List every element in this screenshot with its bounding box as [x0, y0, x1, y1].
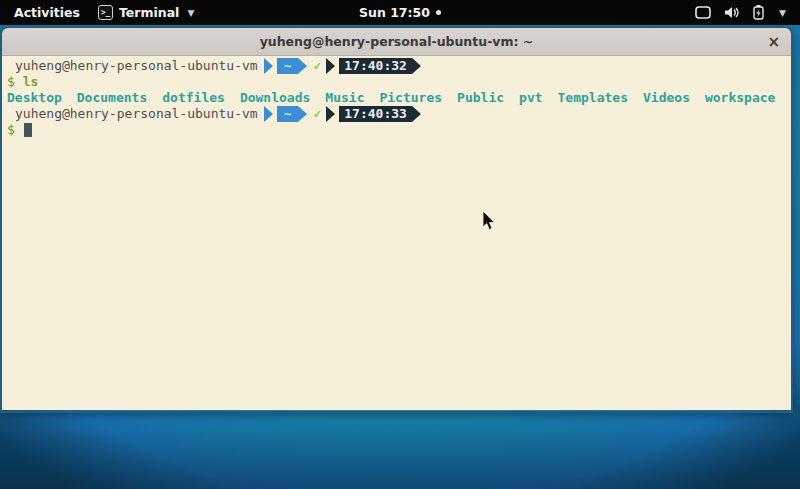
prompt-time-segment: 17:40:33	[339, 106, 412, 122]
input-line[interactable]: $	[7, 122, 791, 138]
powerline-arrow-icon	[412, 106, 421, 122]
powerline-arrow-icon	[264, 58, 273, 74]
prompt-username: yuheng@henry-personal-ubuntu-vm	[7, 58, 258, 74]
prompt-username: yuheng@henry-personal-ubuntu-vm	[7, 106, 258, 122]
directory-name: Documents	[77, 90, 147, 106]
status-check-icon: ✓	[313, 58, 321, 74]
directory-name: pvt	[519, 90, 542, 106]
close-icon[interactable]: ×	[767, 28, 780, 56]
powerline-arrow-icon	[326, 58, 335, 74]
prompt-symbol: $	[7, 74, 15, 90]
directory-name: Templates	[558, 90, 628, 106]
directory-name: Desktop	[7, 90, 62, 106]
terminal-window: yuheng@henry-personal-ubuntu-vm: ~ × yuh…	[0, 26, 793, 413]
prompt-path-segment: ~	[277, 58, 299, 74]
directory-name: Pictures	[379, 90, 442, 106]
powerline-arrow-icon	[298, 58, 307, 74]
window-titlebar[interactable]: yuheng@henry-personal-ubuntu-vm: ~ ×	[2, 28, 791, 56]
prompt-line-1: yuheng@henry-personal-ubuntu-vm ~ ✓ 17:4…	[7, 58, 791, 74]
ls-output-line: Desktop Documents dotfiles Downloads Mus…	[7, 90, 791, 106]
notification-dot-icon	[436, 10, 441, 15]
powerline-arrow-icon	[264, 106, 273, 122]
command-line-ls: $ ls	[7, 74, 791, 90]
directory-name: Music	[325, 90, 364, 106]
window-title: yuheng@henry-personal-ubuntu-vm: ~	[260, 34, 534, 49]
powerline-arrow-icon	[298, 106, 307, 122]
gnome-top-bar: Sun 17:50 Activities >_ Terminal ▼ ▼	[0, 0, 800, 25]
text-cursor-block	[24, 123, 32, 137]
prompt-symbol: $	[7, 122, 15, 138]
prompt-path-segment: ~	[277, 106, 299, 122]
clock-label: Sun 17:50	[359, 5, 430, 20]
prompt-time-segment: 17:40:32	[339, 58, 412, 74]
directory-name: dotfiles	[162, 90, 225, 106]
directory-name: Public	[457, 90, 504, 106]
status-check-icon: ✓	[313, 106, 321, 122]
clock-area[interactable]: Sun 17:50	[0, 0, 800, 25]
prompt-line-2: yuheng@henry-personal-ubuntu-vm ~ ✓ 17:4…	[7, 106, 791, 122]
command-text: ls	[23, 74, 39, 90]
directory-name: Downloads	[240, 90, 310, 106]
mouse-pointer-icon	[482, 211, 496, 236]
terminal-content[interactable]: yuheng@henry-personal-ubuntu-vm ~ ✓ 17:4…	[2, 56, 791, 410]
directory-name: Videos	[643, 90, 690, 106]
directory-name: workspace	[705, 90, 775, 106]
powerline-arrow-icon	[326, 106, 335, 122]
powerline-arrow-icon	[412, 58, 421, 74]
